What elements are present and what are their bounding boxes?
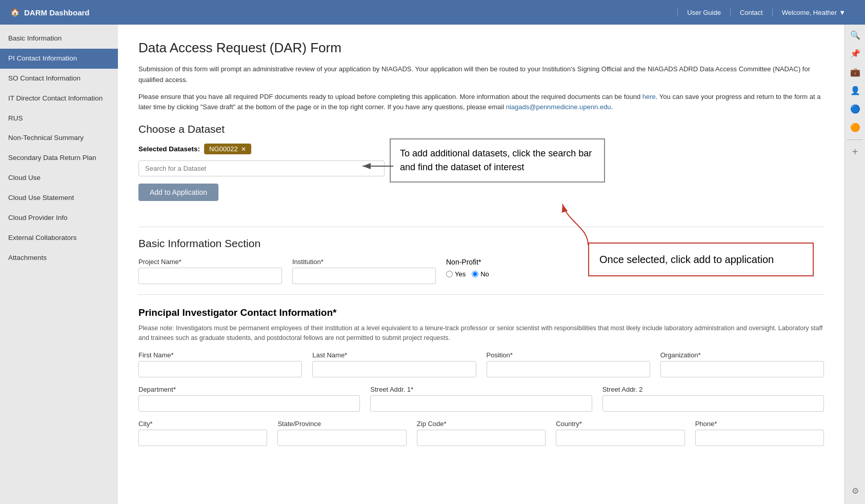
gear-icon[interactable]: ⚙ xyxy=(852,486,859,496)
callout-add: Once selected, click add to application xyxy=(588,243,814,276)
sidebar-item-cloud-use-statement[interactable]: Cloud Use Statement xyxy=(0,188,118,208)
no-radio-label[interactable]: No xyxy=(472,270,489,278)
institution-group: Institution* xyxy=(292,258,436,284)
last-name-group: Last Name* xyxy=(312,351,476,377)
sidebar-item-cloud-provider[interactable]: Cloud Provider Info xyxy=(0,208,118,228)
street1-input[interactable] xyxy=(370,395,592,412)
flag-icon[interactable]: 🟠 xyxy=(849,121,861,133)
first-name-label: First Name* xyxy=(138,351,302,359)
non-profit-group: Non-Profit* Yes No xyxy=(446,258,538,284)
country-group: Country* xyxy=(556,420,685,446)
divider-right xyxy=(847,139,863,140)
arrow-search xyxy=(360,156,396,176)
organization-label: Organization* xyxy=(660,351,824,359)
country-input[interactable] xyxy=(556,430,685,446)
first-name-input[interactable] xyxy=(138,361,302,377)
pi-note: Please note: Investigators must be perma… xyxy=(138,324,824,343)
description-1: Submission of this form will prompt an a… xyxy=(138,64,824,86)
street1-label: Street Addr. 1* xyxy=(370,386,592,393)
institution-label: Institution* xyxy=(292,258,436,266)
divider-1 xyxy=(138,227,824,227)
dataset-tag-label: NG00022 xyxy=(209,145,238,153)
sidebar-item-cloud-use[interactable]: Cloud Use xyxy=(0,168,118,188)
pi-address-row: Department* Street Addr. 1* Street Addr.… xyxy=(138,386,824,412)
phone-label: Phone* xyxy=(695,420,824,428)
brand-logo[interactable]: 🏠 DARM Dashboard xyxy=(10,8,90,17)
yes-radio-label[interactable]: Yes xyxy=(446,270,466,278)
no-radio[interactable] xyxy=(472,271,478,277)
state-input[interactable] xyxy=(277,430,406,446)
sidebar-item-external-collaborators[interactable]: External Collaborators xyxy=(0,228,118,248)
top-navigation: 🏠 DARM Dashboard User Guide Contact Welc… xyxy=(0,0,865,25)
search-icon[interactable]: 🔍 xyxy=(849,29,861,41)
last-name-input[interactable] xyxy=(312,361,476,377)
arrow-add xyxy=(557,201,598,248)
search-input[interactable] xyxy=(138,160,385,176)
phone-input[interactable] xyxy=(695,430,824,446)
description-2: Please ensure that you have all required… xyxy=(138,92,824,113)
zip-label: Zip Code* xyxy=(417,420,546,428)
zip-group: Zip Code* xyxy=(417,420,546,446)
phone-group: Phone* xyxy=(695,420,824,446)
add-to-application-button[interactable]: Add to Application xyxy=(138,184,218,201)
organization-group: Organization* xyxy=(660,351,824,377)
city-input[interactable] xyxy=(138,430,267,446)
project-name-input[interactable] xyxy=(138,268,282,284)
add-icon[interactable]: + xyxy=(852,146,858,158)
sidebar: Basic Information PI Contact Information… xyxy=(0,25,118,504)
sidebar-item-so-contact[interactable]: SO Contact Information xyxy=(0,69,118,89)
contact-link[interactable]: Contact xyxy=(731,9,773,16)
project-name-group: Project Name* xyxy=(138,258,282,284)
briefcase-icon[interactable]: 💼 xyxy=(849,66,861,78)
city-group: City* xyxy=(138,420,267,446)
street2-label: Street Addr. 2 xyxy=(602,386,824,393)
department-label: Department* xyxy=(138,386,360,393)
selected-label: Selected Datasets: xyxy=(138,145,200,153)
bookmark-icon[interactable]: 📌 xyxy=(849,47,861,59)
sidebar-item-rus[interactable]: RUS xyxy=(0,109,118,129)
sidebar-item-non-technical[interactable]: Non-Technical Summary xyxy=(0,128,118,148)
non-profit-label: Non-Profit* xyxy=(446,258,538,266)
dataset-tag-ng00022[interactable]: NG00022 ✕ xyxy=(204,144,251,154)
sidebar-item-pi-contact[interactable]: PI Contact Information xyxy=(0,49,118,69)
zip-input[interactable] xyxy=(417,430,546,446)
country-label: Country* xyxy=(556,420,685,428)
sidebar-item-secondary-data[interactable]: Secondary Data Return Plan xyxy=(0,148,118,168)
department-input[interactable] xyxy=(138,395,360,412)
right-panel: 🔍 📌 💼 👤 🔵 🟠 + ⚙ xyxy=(844,25,865,504)
email-link[interactable]: niagads@pennmedicine.upenn.edu xyxy=(506,103,611,111)
non-profit-radio-group: Yes No xyxy=(446,270,538,278)
city-label: City* xyxy=(138,420,267,428)
user-icon[interactable]: 👤 xyxy=(849,84,861,96)
position-input[interactable] xyxy=(487,361,650,377)
home-icon: 🏠 xyxy=(10,8,20,17)
institution-input[interactable] xyxy=(292,268,436,284)
sidebar-item-it-director[interactable]: IT Director Contact Information xyxy=(0,89,118,109)
brand-name: DARM Dashboard xyxy=(24,8,90,17)
welcome-user[interactable]: Welcome, Heather ▼ xyxy=(773,9,855,16)
street2-input[interactable] xyxy=(602,395,824,412)
choose-dataset-title: Choose a Dataset xyxy=(138,123,824,135)
callout-search: To add additional datasets, click the se… xyxy=(390,138,605,183)
dropdown-icon: ▼ xyxy=(839,9,846,16)
position-group: Position* xyxy=(487,351,650,377)
nav-right: User Guide Contact Welcome, Heather ▼ xyxy=(677,9,855,16)
position-label: Position* xyxy=(487,351,650,359)
here-link[interactable]: here xyxy=(642,93,656,100)
yes-radio[interactable] xyxy=(446,271,453,277)
last-name-label: Last Name* xyxy=(312,351,476,359)
pi-section-title: Principal Investigator Contact Informati… xyxy=(138,307,824,318)
first-name-group: First Name* xyxy=(138,351,302,377)
state-label: State/Province xyxy=(277,420,406,428)
sidebar-item-basic-information[interactable]: Basic Information xyxy=(0,29,118,49)
department-group: Department* xyxy=(138,386,360,412)
street2-group: Street Addr. 2 xyxy=(602,386,824,412)
user-guide-link[interactable]: User Guide xyxy=(677,9,731,16)
remove-dataset-icon[interactable]: ✕ xyxy=(241,146,246,153)
project-name-label: Project Name* xyxy=(138,258,282,266)
sidebar-item-attachments[interactable]: Attachments xyxy=(0,248,118,268)
page-title: Data Access Request (DAR) Form xyxy=(138,40,824,56)
organization-input[interactable] xyxy=(660,361,824,377)
globe-icon[interactable]: 🔵 xyxy=(849,103,861,115)
divider-2 xyxy=(138,294,824,295)
